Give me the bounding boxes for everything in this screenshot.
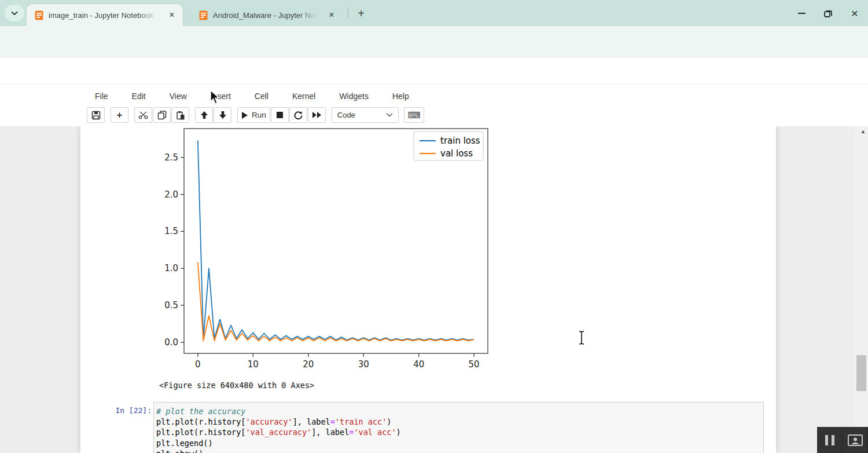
close-icon: × xyxy=(851,7,858,19)
chevron-down-icon xyxy=(10,11,19,16)
run-button[interactable]: Run xyxy=(237,107,270,123)
svg-text:train loss: train loss xyxy=(440,136,480,146)
code-cell[interactable]: In [22]: # plot the accuracyplt.plot(r.h… xyxy=(80,402,764,453)
pause-button[interactable] xyxy=(817,427,842,453)
tab-close-icon[interactable]: × xyxy=(165,9,178,21)
window-close-button[interactable]: × xyxy=(841,0,868,26)
restart-kernel-button[interactable] xyxy=(289,107,307,123)
jupyter-notebook-favicon xyxy=(199,10,208,20)
menu-widgets[interactable]: Widgets xyxy=(331,92,377,101)
svg-text:0.5: 0.5 xyxy=(164,300,178,310)
notebook-toolbar: + Run xyxy=(0,107,868,126)
svg-text:30: 30 xyxy=(358,359,369,370)
picture-in-picture-button[interactable] xyxy=(843,427,867,453)
window-restore-button[interactable] xyxy=(815,0,841,26)
cell-type-select[interactable]: Code xyxy=(332,107,399,123)
browser-tab-strip: image_train - Jupyter Notebook × Android… xyxy=(0,0,868,26)
menu-kernel[interactable]: Kernel xyxy=(284,92,323,101)
window-controls: × xyxy=(788,0,868,26)
browser-tab-inactive[interactable]: Android_Malware - Jupyter Notebook × xyxy=(191,4,343,26)
command-palette-button[interactable]: ⌨ xyxy=(404,107,425,123)
svg-text:val loss: val loss xyxy=(440,148,473,159)
screen: image_train - Jupyter Notebook × Android… xyxy=(0,0,868,453)
restore-icon xyxy=(824,9,832,17)
menu-view[interactable]: View xyxy=(161,92,195,101)
chevron-down-icon xyxy=(386,113,393,117)
scrollbar-thumb[interactable] xyxy=(856,355,866,391)
notebook-scroll-area[interactable]: 010203040500.00.51.01.52.02.5train lossv… xyxy=(0,126,868,453)
svg-text:0: 0 xyxy=(195,359,201,370)
svg-text:1.5: 1.5 xyxy=(164,226,178,236)
tab-title: image_train - Jupyter Notebook xyxy=(49,11,161,20)
pause-icon xyxy=(823,435,836,445)
scissors-icon xyxy=(138,111,148,119)
cell-type-value: Code xyxy=(337,111,355,119)
page-scrollbar[interactable]: ▲ xyxy=(855,126,868,453)
picture-in-picture-icon xyxy=(848,434,863,446)
run-label: Run xyxy=(252,111,266,119)
tab-search-button[interactable] xyxy=(5,5,24,21)
new-tab-button[interactable]: + xyxy=(353,5,369,21)
jupyter-notebook-favicon xyxy=(35,10,43,20)
copy-cell-button[interactable] xyxy=(153,107,171,123)
menu-cell[interactable]: Cell xyxy=(247,92,277,101)
save-icon xyxy=(91,111,101,120)
arrow-up-icon xyxy=(200,111,208,119)
stop-icon xyxy=(276,111,284,119)
media-control-overlay xyxy=(817,427,868,453)
svg-text:1.0: 1.0 xyxy=(164,263,178,273)
svg-text:2.0: 2.0 xyxy=(164,189,178,200)
svg-text:20: 20 xyxy=(303,359,314,370)
save-button[interactable] xyxy=(87,107,105,123)
interrupt-kernel-button[interactable] xyxy=(271,107,289,123)
copy-icon xyxy=(157,111,167,120)
svg-text:2.5: 2.5 xyxy=(164,152,178,163)
plus-icon: + xyxy=(117,109,123,121)
svg-text:40: 40 xyxy=(413,359,424,370)
svg-text:10: 10 xyxy=(248,359,259,370)
tab-title: Android_Malware - Jupyter Notebook xyxy=(213,11,321,20)
keyboard-icon: ⌨ xyxy=(408,110,421,120)
paste-cell-button[interactable] xyxy=(171,107,189,123)
figure-size-caption: <Figure size 640x480 with 0 Axes> xyxy=(159,381,314,390)
move-cell-down-button[interactable] xyxy=(214,107,231,123)
tab-divider xyxy=(348,8,348,19)
svg-text:0.0: 0.0 xyxy=(164,337,178,348)
cut-cell-button[interactable] xyxy=(134,107,152,123)
scrollbar-up-icon[interactable]: ▲ xyxy=(860,129,866,134)
paste-icon xyxy=(176,111,185,120)
move-cell-up-button[interactable] xyxy=(195,107,213,123)
play-icon xyxy=(241,111,248,119)
svg-text:50: 50 xyxy=(469,359,480,370)
add-cell-button[interactable]: + xyxy=(111,107,128,123)
fast-forward-icon xyxy=(312,111,322,119)
menu-file[interactable]: File xyxy=(87,92,116,101)
restart-run-all-button[interactable] xyxy=(308,107,326,123)
notebook-menubar: File Edit View Insert Cell Kernel Widget… xyxy=(0,84,868,108)
notebook-content: 010203040500.00.51.01.52.02.5train lossv… xyxy=(80,126,776,453)
jupyter-header: jupyter image_train Last Checkpoint: an … xyxy=(0,58,868,84)
menu-edit[interactable]: Edit xyxy=(124,92,154,101)
restart-icon xyxy=(293,111,303,120)
minimize-icon xyxy=(798,13,806,14)
browser-toolbar: i localhost:8889/notebooks/image_train.i… xyxy=(0,26,868,59)
cell-code-editor[interactable]: # plot the accuracyplt.plot(r.history['a… xyxy=(153,402,764,453)
cell-prompt: In [22]: xyxy=(80,402,153,415)
browser-tab-active[interactable]: image_train - Jupyter Notebook × xyxy=(27,4,183,26)
menu-help[interactable]: Help xyxy=(384,92,417,101)
menu-insert[interactable]: Insert xyxy=(203,92,239,101)
loss-plot-figure: 010203040500.00.51.01.52.02.5train lossv… xyxy=(159,127,492,370)
window-minimize-button[interactable] xyxy=(788,0,815,26)
tab-close-icon[interactable]: × xyxy=(325,9,338,21)
arrow-down-icon xyxy=(219,111,227,119)
